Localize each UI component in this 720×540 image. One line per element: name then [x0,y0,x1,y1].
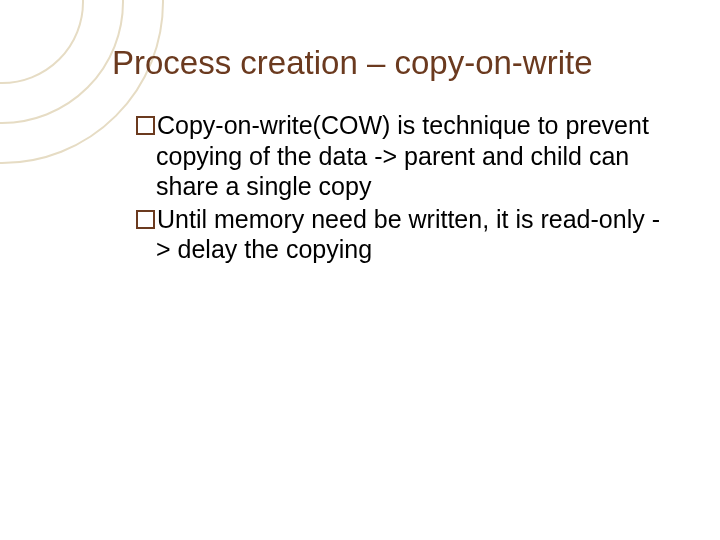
bullet-text: Copy-on-write(COW) is technique to preve… [156,111,649,200]
square-bullet-icon [136,116,155,135]
bullet-item: Copy-on-write(COW) is technique to preve… [136,110,660,202]
slide-body: Copy-on-write(COW) is technique to preve… [136,110,660,267]
square-bullet-icon [136,210,155,229]
bullet-text: Until memory need be written, it is read… [156,205,660,264]
bullet-item: Until memory need be written, it is read… [136,204,660,265]
slide-title: Process creation – copy-on-write [112,44,696,82]
slide: Process creation – copy-on-write Copy-on… [0,0,720,540]
